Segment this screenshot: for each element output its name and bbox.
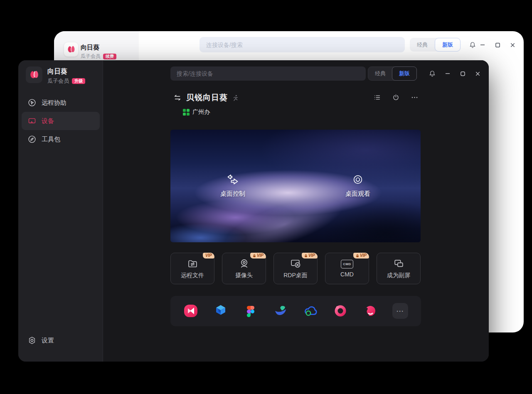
close-icon xyxy=(475,71,480,76)
tulip-logo-icon xyxy=(28,69,40,81)
rdp-desktop-button[interactable]: VIP RDP桌面 xyxy=(273,253,318,284)
dock-app-sunlogin-remote[interactable] xyxy=(183,303,199,319)
dock-app-bird[interactable] xyxy=(273,303,288,319)
swap-arrows-icon xyxy=(173,93,182,102)
membership-label: 瓜子会员 xyxy=(81,53,101,60)
app-logo xyxy=(64,42,78,57)
membership-label: 瓜子会员 xyxy=(47,77,69,85)
power-button[interactable] xyxy=(387,94,405,101)
toggle-classic[interactable]: 经典 xyxy=(410,38,435,52)
cube-3d-icon xyxy=(213,303,229,319)
gear-icon xyxy=(27,336,37,345)
power-icon xyxy=(392,94,400,101)
sidebar-item-devices[interactable]: 设备 xyxy=(22,112,100,130)
main-content: 经典 新版 贝锐向日葵 xyxy=(103,60,489,362)
minimize-button[interactable] xyxy=(477,39,488,51)
secondary-screen-button[interactable]: 成为副屏 xyxy=(377,253,421,284)
view-toggle: 经典 新版 xyxy=(410,38,461,52)
toggle-modern[interactable]: 新版 xyxy=(435,38,461,52)
close-button[interactable] xyxy=(472,68,483,79)
maximize-icon xyxy=(495,42,500,48)
ellipsis-icon xyxy=(411,94,419,101)
minimize-button[interactable] xyxy=(442,68,453,79)
sidebar-item-label: 工具包 xyxy=(42,135,60,143)
more-options-button[interactable] xyxy=(405,94,424,101)
settings-button[interactable]: 设置 xyxy=(22,331,100,350)
bell-icon xyxy=(429,70,436,77)
sidebar-item-toolkit[interactable]: 工具包 xyxy=(22,130,100,148)
control-arrows-icon xyxy=(226,174,240,186)
folder-transfer-icon xyxy=(187,258,198,269)
figma-icon xyxy=(243,303,259,319)
settings-label: 设置 xyxy=(42,337,54,345)
desktop-view-button[interactable]: 桌面观看 xyxy=(329,174,387,198)
sidebar-item-remote-assist[interactable]: 远程协助 xyxy=(22,94,100,112)
vip-locked-badge: VIP xyxy=(250,253,266,259)
list-icon xyxy=(373,94,381,101)
renew-badge[interactable]: 续费 xyxy=(103,54,116,59)
quick-action-label: 远程文件 xyxy=(181,272,204,279)
cloud-icon xyxy=(303,303,318,319)
group-label: 广州办 xyxy=(192,108,210,116)
dock-app-cloud[interactable] xyxy=(303,303,318,319)
bell-icon xyxy=(469,41,476,49)
quick-action-label: 摄像头 xyxy=(235,272,253,279)
cmd-button[interactable]: VIP CMD CMD xyxy=(325,253,369,284)
minimize-icon xyxy=(445,71,451,76)
webcam-icon xyxy=(239,258,250,269)
notifications-button[interactable] xyxy=(426,68,438,79)
dock-more-button[interactable]: ··· xyxy=(392,303,408,319)
switch-device-button[interactable] xyxy=(173,93,182,102)
lock-icon xyxy=(253,254,256,258)
dock-app-cube[interactable] xyxy=(213,303,229,319)
remote-files-button[interactable]: VIP 远程文件 xyxy=(170,253,214,284)
lock-icon xyxy=(304,254,308,258)
eye-icon xyxy=(351,174,365,186)
maximize-button[interactable] xyxy=(492,39,503,51)
desktop-control-button[interactable]: 桌面控制 xyxy=(204,174,262,198)
device-screen-icon xyxy=(27,116,37,126)
dual-screens-icon xyxy=(393,258,404,269)
bird-icon xyxy=(273,303,288,319)
quick-action-label: RDP桌面 xyxy=(283,272,308,279)
pink-swirl-icon xyxy=(362,303,378,319)
sidebar: 向日葵 瓜子会员 升级 远程协助 设备 工具包 设 xyxy=(18,60,103,362)
vip-locked-badge: VIP xyxy=(302,253,318,259)
list-view-button[interactable] xyxy=(368,94,387,101)
pink-ring-icon xyxy=(332,303,348,319)
view-toggle: 经典 新版 xyxy=(368,66,417,81)
compass-icon xyxy=(27,135,37,144)
camera-button[interactable]: VIP 摄像头 xyxy=(222,253,266,284)
vip-badge: VIP xyxy=(203,253,214,259)
app-title: 向日葵 xyxy=(81,44,99,52)
lock-icon xyxy=(356,254,359,258)
main-window: 向日葵 瓜子会员 升级 远程协助 设备 工具包 设 xyxy=(18,60,489,362)
hero-action-label: 桌面控制 xyxy=(220,190,245,198)
device-group[interactable]: 广州办 xyxy=(183,108,210,116)
app-logo xyxy=(26,66,42,83)
quick-action-label: CMD xyxy=(340,271,354,278)
dock-app-ring[interactable] xyxy=(332,303,348,319)
toggle-classic[interactable]: 经典 xyxy=(368,67,392,80)
minimize-icon xyxy=(480,42,485,48)
tulip-logo-icon xyxy=(66,44,76,54)
sunlogin-remote-icon xyxy=(183,303,199,319)
upgrade-badge[interactable]: 升级 xyxy=(72,78,85,84)
app-title: 向日葵 xyxy=(47,67,67,76)
dock-app-swirl[interactable] xyxy=(362,303,378,319)
dock-app-figma[interactable] xyxy=(243,303,259,319)
app-dock: ··· xyxy=(170,296,421,326)
sidebar-item-label: 远程协助 xyxy=(42,99,66,107)
search-input[interactable] xyxy=(170,66,366,81)
search-input[interactable] xyxy=(200,37,405,52)
toggle-modern[interactable]: 新版 xyxy=(392,66,417,81)
sidebar-item-label: 设备 xyxy=(42,117,54,125)
maximize-button[interactable] xyxy=(457,68,468,79)
cmd-icon: CMD xyxy=(341,260,353,268)
rdp-monitor-icon xyxy=(290,258,301,269)
close-button[interactable] xyxy=(507,39,518,51)
group-grid-icon xyxy=(183,109,190,116)
vip-locked-badge: VIP xyxy=(353,253,369,259)
device-name: 贝锐向日葵 xyxy=(186,92,228,103)
device-preview-image: 桌面控制 桌面观看 xyxy=(170,130,421,242)
